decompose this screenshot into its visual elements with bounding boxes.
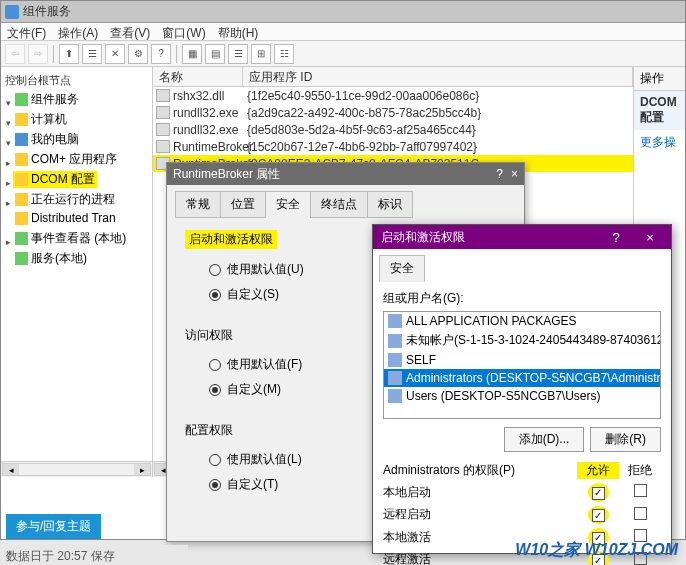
expand-icon[interactable]: [3, 257, 13, 267]
close-icon[interactable]: ×: [511, 167, 518, 181]
tree-node-computers[interactable]: 计算机: [13, 111, 69, 128]
expand-icon[interactable]: ▸: [3, 198, 13, 208]
up-button[interactable]: ⬆: [59, 44, 79, 64]
user-name: Users (DESKTOP-S5NCGB7\Users): [406, 389, 600, 403]
tree-node-dcom[interactable]: DCOM 配置: [13, 171, 97, 188]
radio-icon: [209, 454, 221, 466]
back-button[interactable]: ⇦: [5, 44, 25, 64]
titlebar[interactable]: 组件服务: [1, 1, 685, 23]
list-row[interactable]: RuntimeBroker{15c20b67-12e7-4bb6-92bb-7a…: [153, 138, 633, 155]
tree-node-running[interactable]: 正在运行的进程: [13, 191, 117, 208]
tree-node-distrib[interactable]: Distributed Tran: [13, 211, 118, 225]
tree-node-root[interactable]: 组件服务: [13, 91, 81, 108]
dialog1-title: RuntimeBroker 属性: [173, 166, 280, 183]
actions-header: 操作: [634, 67, 685, 91]
help-icon[interactable]: ?: [496, 167, 503, 181]
delete-button[interactable]: ✕: [105, 44, 125, 64]
tree-node-complus[interactable]: COM+ 应用程序: [13, 151, 119, 168]
allow-checkbox[interactable]: [592, 487, 605, 500]
folder-icon: [15, 193, 28, 206]
user-icon: [388, 371, 402, 385]
permissions-dialog: 启动和激活权限 ?× 安全 组或用户名(G): ALL APPLICATION …: [372, 224, 672, 554]
remove-button[interactable]: 删除(R): [590, 427, 661, 452]
user-row[interactable]: ALL APPLICATION PACKAGES: [384, 312, 660, 330]
col-deny: 拒绝: [619, 462, 661, 479]
dialog1-titlebar[interactable]: RuntimeBroker 属性 ?×: [167, 163, 524, 185]
col-appid[interactable]: 应用程序 ID: [243, 67, 633, 86]
item-icon: [156, 140, 170, 153]
tab-general[interactable]: 常规: [175, 191, 221, 218]
tree-node-eventviewer[interactable]: 事件查看器 (本地): [13, 230, 128, 247]
expand-icon[interactable]: ▸: [3, 178, 13, 188]
user-row[interactable]: Users (DESKTOP-S5NCGB7\Users): [384, 387, 660, 405]
refresh-button[interactable]: ⚙: [128, 44, 148, 64]
expand-icon[interactable]: ▸: [3, 158, 13, 168]
view5-button[interactable]: ☷: [274, 44, 294, 64]
radio-icon: [209, 479, 221, 491]
tree-scrollbar[interactable]: ◂▸: [1, 461, 152, 477]
tab-location[interactable]: 位置: [220, 191, 266, 218]
row-name: rshx32.dll: [173, 89, 247, 103]
tab-identity[interactable]: 标识: [367, 191, 413, 218]
expand-icon[interactable]: ▾: [3, 138, 13, 148]
reply-button[interactable]: 参与/回复主题: [6, 514, 101, 539]
app-icon: [5, 5, 19, 19]
view1-button[interactable]: ▦: [182, 44, 202, 64]
view2-button[interactable]: ▤: [205, 44, 225, 64]
menu-view[interactable]: 查看(V): [110, 25, 150, 38]
user-name: SELF: [406, 353, 436, 367]
row-name: rundll32.exe: [173, 106, 247, 120]
menu-help[interactable]: 帮助(H): [218, 25, 259, 38]
dialog2-titlebar[interactable]: 启动和激活权限 ?×: [373, 225, 671, 249]
separator: [176, 45, 177, 63]
item-icon: [156, 123, 170, 136]
actions-more[interactable]: 更多操: [634, 130, 685, 155]
group-launch: 启动和激活权限: [185, 230, 277, 249]
tree-node-mycomputer[interactable]: 我的电脑: [13, 131, 81, 148]
help-button[interactable]: ?: [151, 44, 171, 64]
radio-icon: [209, 359, 221, 371]
list-row[interactable]: rshx32.dll{1f2e5c40-9550-11ce-99d2-00aa0…: [153, 87, 633, 104]
col-name[interactable]: 名称: [153, 67, 243, 86]
close-icon[interactable]: ×: [633, 230, 667, 245]
row-appid: {a2d9ca22-a492-400c-b875-78ac25b5cc4b}: [247, 106, 633, 120]
tree-node-services[interactable]: 服务(本地): [13, 250, 89, 267]
users-list[interactable]: ALL APPLICATION PACKAGES未知帐户(S-1-15-3-10…: [383, 311, 661, 419]
expand-icon[interactable]: ▸: [3, 237, 13, 247]
deny-checkbox[interactable]: [634, 484, 647, 497]
add-button[interactable]: 添加(D)...: [504, 427, 585, 452]
item-icon: [156, 106, 170, 119]
tab-endpoint[interactable]: 终结点: [310, 191, 368, 218]
list-row[interactable]: rundll32.exe{de5d803e-5d2a-4b5f-9c63-af2…: [153, 121, 633, 138]
folder-icon: [15, 153, 28, 166]
view3-button[interactable]: ☰: [228, 44, 248, 64]
forward-button[interactable]: ⇨: [28, 44, 48, 64]
menu-action[interactable]: 操作(A): [58, 25, 98, 38]
radio-icon: [209, 264, 221, 276]
tab-security[interactable]: 安全: [379, 255, 425, 282]
view4-button[interactable]: ⊞: [251, 44, 271, 64]
tree-panel: 控制台根节点 ▾组件服务 ▾计算机 ▾我的电脑 ▸COM+ 应用程序 ▸DCOM…: [1, 67, 153, 477]
expand-icon[interactable]: ▾: [3, 118, 13, 128]
expand-icon[interactable]: [3, 217, 13, 227]
list-header: 名称 应用程序 ID: [153, 67, 633, 87]
user-row[interactable]: 未知帐户(S-1-15-3-1024-2405443489-874036122-…: [384, 330, 660, 351]
props-button[interactable]: ☰: [82, 44, 102, 64]
deny-checkbox[interactable]: [634, 507, 647, 520]
user-icon: [388, 389, 402, 403]
allow-checkbox[interactable]: [592, 509, 605, 522]
help-icon[interactable]: ?: [599, 230, 633, 245]
group-users-label: 组或用户名(G):: [383, 290, 661, 307]
window-title: 组件服务: [23, 3, 71, 20]
menu-window[interactable]: 窗口(W): [162, 25, 205, 38]
user-icon: [388, 334, 402, 348]
dialog2-title: 启动和激活权限: [377, 229, 465, 246]
user-row[interactable]: Administrators (DESKTOP-S5NCGB7\Administ…: [384, 369, 660, 387]
menu-file[interactable]: 文件(F): [7, 25, 46, 38]
separator: [53, 45, 54, 63]
user-row[interactable]: SELF: [384, 351, 660, 369]
tab-security[interactable]: 安全: [265, 191, 311, 218]
list-body: rshx32.dll{1f2e5c40-9550-11ce-99d2-00aa0…: [153, 87, 633, 172]
expand-icon[interactable]: ▾: [3, 98, 13, 108]
list-row[interactable]: rundll32.exe{a2d9ca22-a492-400c-b875-78a…: [153, 104, 633, 121]
